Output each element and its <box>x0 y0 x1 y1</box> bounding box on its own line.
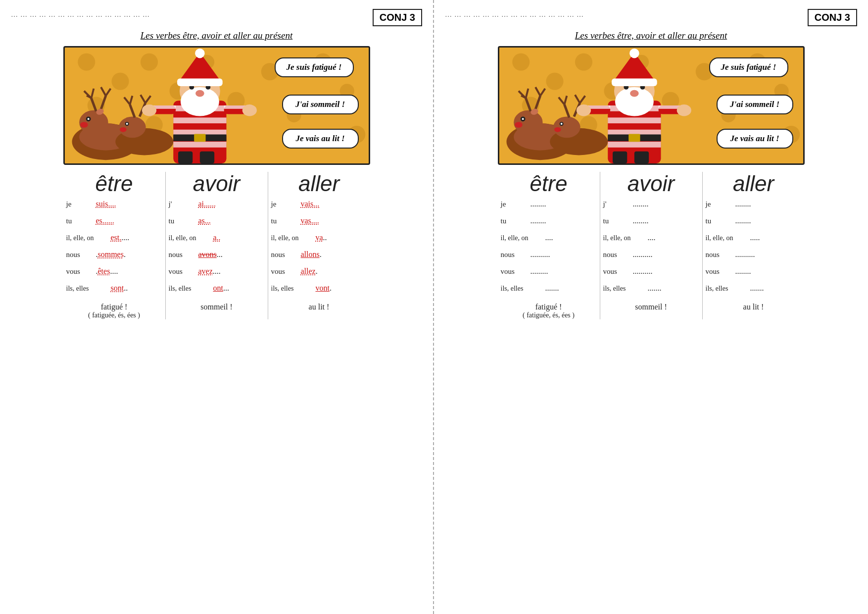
pronoun-nous-aller: nous <box>271 251 301 259</box>
r-blank-je-etre: ........ <box>530 200 546 208</box>
right-aller-bottom: au lit ! <box>706 303 802 311</box>
r-blank-tu-etre: ........ <box>530 216 546 225</box>
r-blank-il-etre: .... <box>545 233 553 242</box>
conj-il-avoir: a.. <box>213 233 221 242</box>
left-avoir-row-2: il, elle, on a.. <box>169 233 265 247</box>
conj-vous-aller: allez <box>301 267 316 276</box>
conj-nous-aller: allons <box>301 250 320 259</box>
svg-point-86 <box>522 118 524 120</box>
r-blank-nous-avoir: .......... <box>633 250 653 259</box>
left-comic-panel: Je suis fatigué ! J'ai sommeil ! Je vais… <box>63 46 370 165</box>
right-bubble-2: J'ai sommeil ! <box>717 95 793 114</box>
svg-point-70 <box>575 53 592 71</box>
left-etre-row-3: nous . sommes . <box>66 250 162 264</box>
right-comic-panel: Je suis fatigué ! J'ai sommeil ! Je vais… <box>498 46 805 165</box>
r-pronoun-tu-aller: tu <box>706 217 735 225</box>
right-aller-row-2: il, elle, on ..... <box>706 233 802 247</box>
svg-rect-112 <box>613 152 627 163</box>
right-etre-bottom1: fatigué ! <box>501 303 597 311</box>
right-aller-row-1: tu ........ <box>706 216 802 230</box>
r-blank-vous-avoir: .......... <box>633 267 653 276</box>
svg-point-1 <box>78 53 95 71</box>
pronoun-tu-avoir: tu <box>169 217 198 225</box>
r-pronoun-je-etre: je <box>501 200 530 208</box>
left-avoir-row-3: nous avons ... <box>169 250 265 264</box>
left-avoir-row-0: j' ai...... <box>169 200 265 213</box>
svg-point-123 <box>629 49 639 58</box>
svg-point-87 <box>515 122 523 128</box>
r-blank-vous-etre: ......... <box>530 267 548 276</box>
conj-nous-etre: sommes <box>98 250 124 259</box>
r-pronoun-nous-etre: nous <box>501 251 530 259</box>
r-pronoun-il-etre: il, elle, on <box>501 234 545 242</box>
left-avoir-row-4: vous avez .... <box>169 267 265 281</box>
r-blank-tu-avoir: ........ <box>633 216 649 225</box>
right-etre-row-2: il, elle, on .... <box>501 233 597 247</box>
left-etre-bottom2: ( fatiguée, és, ées ) <box>66 311 162 319</box>
left-aller-row-2: il, elle, on va .. <box>271 233 367 247</box>
right-etre-row-0: je ........ <box>501 200 597 213</box>
svg-point-67 <box>512 53 530 71</box>
right-etre-row-3: nous .......... <box>501 250 597 264</box>
right-avoir-row-5: ils, elles ....... <box>603 284 699 298</box>
pronoun-il-avoir: il, elle, on <box>169 234 213 242</box>
svg-point-68 <box>546 73 563 90</box>
left-avoir-row-1: tu as... <box>169 216 265 230</box>
svg-rect-46 <box>178 152 193 163</box>
svg-rect-131 <box>628 134 640 142</box>
left-etre-column: être je suis.... tu es...... il, elle, o… <box>63 172 166 319</box>
left-dots: ……………………………………… <box>11 11 152 19</box>
left-aller-bottom1: au lit ! <box>271 303 367 311</box>
right-etre-row-1: tu ........ <box>501 216 597 230</box>
right-dots: ……………………………………… <box>445 11 586 19</box>
r-pronoun-tu-avoir: tu <box>603 217 633 225</box>
svg-point-100 <box>554 127 561 132</box>
left-aller-row-5: ils, elles vont . <box>271 284 367 298</box>
right-aller-header: aller <box>706 172 802 196</box>
dots-il-etre: .... <box>121 233 129 242</box>
left-aller-row-0: je vais... <box>271 200 367 213</box>
left-etre-bottom1: fatigué ! <box>66 303 162 311</box>
right-aller-row-5: ils, elles ....... <box>706 284 802 298</box>
left-etre-row-4: vous . êtes .... <box>66 267 162 281</box>
pronoun-j-avoir: j' <box>169 200 198 208</box>
right-avoir-row-4: vous .......... <box>603 267 699 281</box>
r-blank-tu-aller: ........ <box>735 216 751 225</box>
svg-point-31 <box>119 116 146 138</box>
r-blank-vous-aller: ........ <box>735 267 751 276</box>
right-bubble-3: Je vais au lit ! <box>717 129 793 149</box>
right-etre-header: être <box>501 172 597 196</box>
svg-rect-47 <box>199 152 214 163</box>
svg-point-118 <box>630 90 639 97</box>
left-bubble-1: Je suis fatigué ! <box>275 57 354 77</box>
right-aller-column: aller je ........ tu ........ il, elle, … <box>703 172 805 319</box>
svg-point-34 <box>120 127 127 132</box>
left-bubble-2: J'ai sommeil ! <box>282 95 359 114</box>
conj-vous-avoir: avez <box>198 267 213 276</box>
pronoun-tu-etre: tu <box>66 217 96 225</box>
right-avoir-row-0: j' ........ <box>603 200 699 213</box>
r-pronoun-vous-avoir: vous <box>603 267 633 276</box>
right-etre-bottom: fatigué ! ( fatiguée, és, ées ) <box>501 303 597 319</box>
right-etre-column: être je ........ tu ........ il, elle, o… <box>498 172 600 319</box>
svg-point-63 <box>242 104 256 116</box>
r-blank-je-aller: ........ <box>735 200 751 208</box>
right-half: ……………………………………… CONJ 3 Les verbes être, … <box>434 0 868 614</box>
right-avoir-bottom: sommeil ! <box>603 303 699 311</box>
conj-j-avoir: ai...... <box>198 200 216 208</box>
left-aller-row-4: vous allez . <box>271 267 367 281</box>
r-blank-ils-aller: ....... <box>750 284 764 293</box>
left-aller-column: aller je vais... tu vas.... il, elle, on… <box>268 172 370 319</box>
r-pronoun-vous-aller: vous <box>706 267 735 276</box>
left-bubble-3: Je vais au lit ! <box>282 129 359 149</box>
right-verbs-section: être je ........ tu ........ il, elle, o… <box>498 172 805 319</box>
r-blank-nous-etre: .......... <box>530 250 550 259</box>
left-conj-box: CONJ 3 <box>373 9 422 26</box>
svg-rect-65 <box>194 134 205 142</box>
left-half: ……………………………………… CONJ 3 Les verbes être, … <box>0 0 434 614</box>
r-blank-il-avoir: .... <box>648 233 656 242</box>
svg-point-52 <box>195 90 204 97</box>
conj-il-aller: va <box>316 233 323 242</box>
left-avoir-bottom1: sommeil ! <box>169 303 265 311</box>
right-etre-row-4: vous ......... <box>501 267 597 281</box>
